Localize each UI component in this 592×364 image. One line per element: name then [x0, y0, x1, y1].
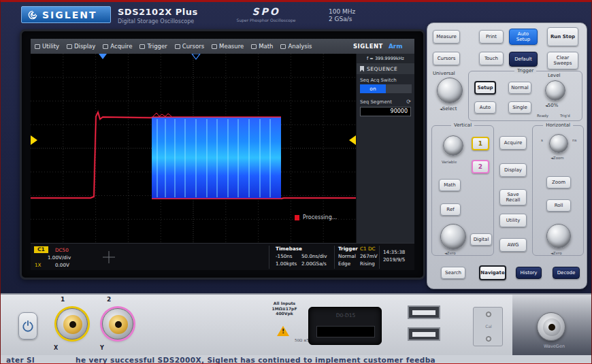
universal-knob[interactable] [437, 78, 463, 103]
refresh-icon[interactable] [406, 99, 411, 105]
trigger-section: Trigger Setup Normal Auto Single Level 5… [468, 71, 582, 121]
channel2-connector-label: 2 [107, 296, 111, 303]
usb-tongue [412, 332, 435, 337]
timebase-scale: 50.0ns/div [301, 253, 327, 259]
cal-pin [486, 312, 491, 317]
channel1-level-marker [31, 135, 37, 145]
usb-port-top [408, 305, 440, 319]
power-button[interactable] [18, 312, 37, 340]
sequence-header: SEQUENCE [357, 63, 414, 74]
inputs-note-line1: All Inputs [263, 301, 306, 306]
siglent-spiral-icon [27, 10, 38, 20]
screen-brand-zone: SIGLENT Arm [353, 43, 410, 50]
bandwidth-spec: 100 MHz [329, 8, 355, 16]
clear-sweeps-button[interactable]: Clear Sweeps [547, 52, 578, 69]
cursors-button[interactable]: Cursors [433, 52, 460, 65]
trigger-level-marker [349, 135, 356, 145]
connector-panel: 1 X 2 Y All Inputs 1MΩ≡17pF 400Vpk 50Ω ≤… [1, 293, 591, 355]
math-button[interactable]: Math [439, 179, 461, 191]
roll-button[interactable]: Roll [546, 199, 571, 212]
timebase-rate: 2.00GSa/s [301, 261, 327, 267]
model-subtitle: Digital Storage Oscilloscope [118, 18, 198, 24]
acquire-button[interactable]: Acquire [499, 136, 527, 150]
channel-badge[interactable]: C1 [34, 246, 48, 253]
samplerate-spec: 2 GSa/s [329, 16, 355, 23]
measure-button[interactable]: Measure [433, 30, 460, 44]
seq-acq-switch-toggle[interactable]: on [360, 84, 386, 93]
y-axis-label: Y [100, 345, 104, 351]
menu-acquire[interactable]: Acquire [103, 43, 132, 50]
touch-button[interactable]: Touch [479, 52, 504, 65]
default-button[interactable]: Default [509, 52, 538, 67]
display-button[interactable]: Display [499, 163, 527, 177]
vertical-section-label: Vertical [451, 122, 474, 128]
screen-menubar: Utility Display Acquire Trigger Cursors … [31, 39, 414, 54]
status-divider [269, 246, 269, 269]
model-block: SDS2102X Plus Digital Storage Oscillosco… [118, 7, 198, 24]
menu-utility[interactable]: Utility [35, 43, 59, 50]
auto-setup-button[interactable]: Auto Setup [509, 29, 538, 45]
warning-icon [277, 326, 289, 336]
search-button[interactable]: Search [441, 267, 465, 279]
oscilloscope-display: Utility Display Acquire Trigger Cursors … [31, 39, 414, 270]
seconds-label: s [541, 138, 543, 142]
vertical-scale-knob[interactable] [443, 135, 463, 156]
control-panel: Measure Print Auto Setup Run Stop Cursor… [427, 22, 587, 289]
ref-button[interactable]: Ref [440, 203, 461, 216]
trigger-normal-button[interactable]: Normal [508, 82, 531, 94]
menu-trigger[interactable]: Trigger [139, 43, 167, 50]
zoom-knob-label: Zoom [550, 156, 564, 160]
acquisition-status: Arm [389, 43, 403, 50]
coupling-label: DC50 [55, 247, 69, 253]
decode-button[interactable]: Decode [553, 267, 580, 279]
status-divider [379, 246, 380, 269]
seq-segment-value[interactable]: 90000 [360, 107, 411, 116]
trigger-level-knob[interactable] [545, 80, 565, 101]
menu-display[interactable]: Display [67, 43, 95, 50]
crosshair-icon [101, 250, 116, 265]
digital-button[interactable]: Digital [470, 233, 492, 246]
navigate-button[interactable]: Navigate [479, 265, 506, 280]
channel2-button[interactable]: 2 [472, 160, 489, 173]
awg-button[interactable]: AWG [499, 238, 527, 252]
menu-math-label: Math [259, 43, 273, 50]
save-recall-button[interactable]: Save Recall [499, 189, 527, 205]
caption-fragment-left: ater Sl [6, 356, 35, 364]
menu-measure[interactable]: Measure [212, 43, 244, 50]
menu-cursors[interactable]: Cursors [175, 43, 204, 50]
math-icon [251, 44, 257, 49]
run-stop-button[interactable]: Run Stop [547, 27, 578, 46]
clock-date: 2019/9/5 [383, 257, 405, 263]
level-value: 50% [545, 103, 558, 108]
zoom-button[interactable]: Zoom [546, 176, 571, 188]
print-button[interactable]: Print [479, 30, 504, 44]
seq-acq-switch: on [360, 84, 412, 93]
history-button[interactable]: History [516, 267, 542, 279]
ready-indicator: Ready [537, 114, 548, 118]
digital-connector-slot [316, 326, 375, 337]
universal-label: Universal [433, 71, 455, 76]
utility-button[interactable]: Utility [499, 214, 527, 227]
vertical-position-knob[interactable] [440, 224, 466, 250]
cal-output: Cal [473, 307, 503, 346]
horizontal-section-label: Horizontal [543, 122, 573, 128]
menu-math[interactable]: Math [251, 43, 273, 50]
channel1-button[interactable]: 1 [472, 137, 489, 150]
seq-segment-label: Seq Segment [360, 99, 392, 105]
inputs-rating-note: All Inputs 1MΩ≡17pF 400Vpk [263, 301, 306, 316]
processing-text: Processing... [303, 214, 337, 220]
trigger-level: 267mV [360, 253, 378, 259]
horizontal-position-knob[interactable] [546, 224, 571, 248]
trigger-setup-button[interactable]: Setup [474, 81, 496, 95]
cal-pin [486, 336, 491, 342]
menu-trigger-label: Trigger [147, 43, 167, 50]
trigger-auto-button[interactable]: Auto [474, 101, 496, 114]
channel1-connector-label: 1 [61, 296, 65, 303]
horizontal-scale-knob[interactable] [549, 134, 568, 153]
trigger-single-button[interactable]: Single [508, 101, 531, 114]
processing-indicator: Processing... [295, 214, 337, 220]
spo-logo: SPO Super Phosphor Oscilloscope [232, 6, 300, 22]
channel-offset: 0.00V [55, 262, 69, 268]
probe-attenuation: 1X [35, 262, 42, 268]
menu-analysis[interactable]: Analysis [280, 43, 312, 50]
